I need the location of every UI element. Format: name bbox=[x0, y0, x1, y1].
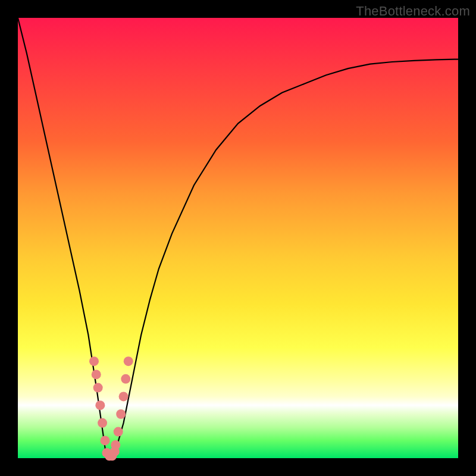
curve-svg bbox=[18, 18, 458, 458]
bottleneck-curve bbox=[18, 18, 458, 458]
bead bbox=[110, 447, 120, 456]
bead bbox=[101, 436, 110, 445]
bead bbox=[92, 369, 101, 379]
bead bbox=[98, 418, 107, 428]
chart-frame: TheBottleneck.com bbox=[0, 0, 476, 476]
bead bbox=[116, 409, 126, 419]
bead bbox=[93, 383, 103, 393]
bead bbox=[95, 400, 105, 410]
bead bbox=[119, 392, 129, 401]
plot-area bbox=[18, 18, 458, 458]
bead bbox=[124, 356, 133, 366]
bead bbox=[89, 356, 99, 366]
bead bbox=[121, 374, 130, 384]
bead bbox=[114, 427, 123, 437]
watermark-text: TheBottleneck.com bbox=[356, 4, 470, 19]
